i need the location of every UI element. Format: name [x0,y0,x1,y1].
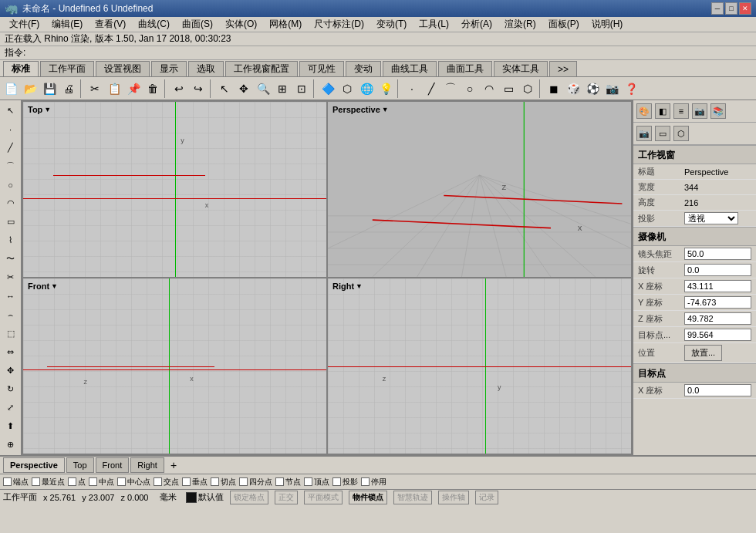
position-button[interactable]: 放置... [684,345,722,361]
menu-item-p[interactable]: 面板(P) [542,16,586,32]
toolbar-tab-0[interactable]: 标准 [3,61,39,76]
freeform-tool[interactable]: 〜 [2,250,20,268]
menu-item-m[interactable]: 网格(M) [263,16,308,32]
print-icon[interactable]: 🖨 [59,79,78,98]
plane-mode-btn[interactable]: 平面模式 [304,491,343,504]
toolbar-tab-4[interactable]: 选取 [188,61,224,76]
snap-checkbox-切点[interactable] [211,477,219,486]
snap-checkbox-中点[interactable] [89,477,97,486]
circle-tool[interactable]: ○ [2,176,20,194]
rotate-tool[interactable]: ↻ [2,380,20,398]
boolean-tool[interactable]: ⊕ [2,436,20,454]
rect-tool[interactable]: ▭ [2,213,20,231]
zoom-icon[interactable]: 🔍 [254,79,272,98]
snap-checkbox-投影[interactable] [332,477,341,486]
rp-camera-icon[interactable]: 📷 [692,103,707,119]
undo-icon[interactable]: ↩ [170,79,188,98]
new-file-icon[interactable]: 📄 [2,79,20,98]
smart-track-btn[interactable]: 智慧轨迹 [393,491,432,504]
toolbar-tab-6[interactable]: 可见性 [299,61,344,76]
arc-icon[interactable]: ◠ [480,79,498,98]
projection-select[interactable]: 透视 平行 [684,212,738,224]
bottom-tab-top[interactable]: Top [66,457,94,473]
snap-grid-btn[interactable]: 锁定格点 [230,491,268,504]
shading-icon[interactable]: 🔷 [319,79,337,98]
toolbar-tab-5[interactable]: 工作视窗配置 [225,61,298,76]
save-icon[interactable]: 💾 [40,79,59,98]
toolbar-tab-8[interactable]: 曲线工具 [383,61,437,76]
move-tool[interactable]: ✥ [2,362,20,380]
add-tab-button[interactable]: + [166,457,181,473]
toolbar-tab-7[interactable]: 变动 [346,61,381,76]
light-icon[interactable]: 💡 [376,79,395,98]
snap-checkbox-端点[interactable] [3,477,12,486]
line-icon[interactable]: ╱ [422,79,440,98]
arc-tool[interactable]: ◠ [2,194,20,212]
bottom-tab-right[interactable]: Right [130,457,164,473]
camera2-icon[interactable]: 📷 [602,79,621,98]
toolbar-tab-3[interactable]: 显示 [151,61,187,76]
offset-tool[interactable]: ⬚ [2,325,20,342]
snap-checkbox-停用[interactable] [361,477,370,486]
minimize-button[interactable]: ─ [711,2,724,15]
rp-color-icon[interactable]: 🎨 [636,103,652,119]
redo-icon[interactable]: ↪ [189,79,208,98]
rp-rect-icon[interactable]: ▭ [655,126,670,141]
extend-tool[interactable]: ↔ [2,287,20,305]
bottom-tab-front[interactable]: Front [96,457,130,473]
snap-checkbox-中心点[interactable] [117,477,126,486]
menu-item-v[interactable]: 查看(V) [89,16,132,32]
record-btn[interactable]: 记录 [475,491,498,504]
line-tool[interactable]: ╱ [2,139,20,157]
curve-icon[interactable]: ⌒ [441,79,460,98]
scale-tool[interactable]: ⤢ [2,399,20,417]
curve-tool[interactable]: ⌒ [2,157,20,175]
menu-item-d[interactable]: 尺寸标注(D) [308,16,370,32]
snap-checkbox-最近点[interactable] [32,477,40,486]
snap-checkbox-点[interactable] [68,477,76,486]
rp-3d-icon[interactable]: ⬡ [673,126,689,141]
toolbar-tab-1[interactable]: 工作平面 [40,61,94,76]
mirror-tool[interactable]: ⇔ [2,343,20,361]
gumball-btn[interactable]: 操作轴 [438,491,469,504]
menu-item-l[interactable]: 工具(L) [413,16,455,32]
sphere-icon[interactable]: ⚽ [583,79,602,98]
maximize-button[interactable]: □ [725,2,737,15]
toolbar-tab-10[interactable]: 实体工具 [494,61,548,76]
wireframe-icon[interactable]: ⬡ [338,79,356,98]
toolbar-more-button[interactable]: >> [549,61,577,76]
rect-icon[interactable]: ▭ [499,79,518,98]
menu-item-e[interactable]: 编辑(E) [46,16,89,32]
point-icon[interactable]: · [403,79,421,98]
polyline-tool[interactable]: ⌇ [2,231,20,249]
viewport-top[interactable]: y x Top ▼ [23,102,326,277]
trim-tool[interactable]: ✂ [2,268,20,286]
polygon-icon[interactable]: ⬡ [518,79,537,98]
snap-checkbox-节点[interactable] [275,477,284,486]
box-icon[interactable]: 🎲 [564,79,582,98]
toolbar-tab-2[interactable]: 设置视图 [96,61,150,76]
viewport-perspective[interactable]: z x Perspective ▼ [328,102,631,277]
bottom-tab-perspective[interactable]: Perspective [3,457,65,473]
surface-icon[interactable]: ◼ [545,79,563,98]
rp-projection-dropdown[interactable]: 透视 平行 [684,212,738,224]
circle-icon[interactable]: ○ [461,79,479,98]
menu-item-s[interactable]: 曲面(S) [176,16,219,32]
viewport-right[interactable]: z y Right ▼ [328,278,631,454]
snap-checkbox-交点[interactable] [154,477,162,486]
menu-item-a[interactable]: 分析(A) [455,16,498,32]
rp-library-icon[interactable]: 📚 [710,103,726,119]
paste-icon[interactable]: 📌 [124,79,143,98]
menu-item-o[interactable]: 实体(O) [219,16,263,32]
fillet-tool[interactable]: ⌢ [2,306,20,324]
menu-item-t[interactable]: 变动(T) [370,16,413,32]
render-icon[interactable]: 🌐 [357,79,376,98]
snap-checkbox-垂点[interactable] [182,477,191,486]
menu-item-r[interactable]: 渲染(R) [498,16,542,32]
extrude-tool[interactable]: ⬆ [2,417,20,435]
snap-checkbox-顶点[interactable] [304,477,312,486]
point-tool[interactable]: · [2,120,20,138]
select-tool[interactable]: ↖ [2,102,20,120]
menu-item-c[interactable]: 曲线(C) [132,16,176,32]
zoom-window-icon[interactable]: ⊞ [273,79,292,98]
